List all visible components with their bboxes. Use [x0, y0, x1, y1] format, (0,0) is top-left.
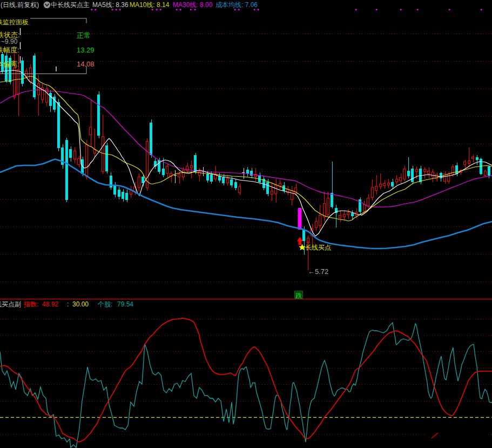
- svg-text:14.08: 14.08: [77, 60, 95, 68]
- svg-text:MA5线: 8.36: MA5线: 8.36: [92, 1, 129, 9]
- svg-text:13.29: 13.29: [77, 46, 95, 54]
- svg-text::: :: [67, 300, 69, 308]
- svg-text:(日线.前复权): (日线.前复权): [1, 1, 39, 9]
- svg-text:成本均线: 7.06: 成本均线: 7.06: [215, 1, 258, 9]
- svg-text:线买点副: 线买点副: [0, 300, 21, 308]
- svg-text:MA10线: 8.14: MA10线: 8.14: [130, 1, 170, 9]
- svg-text:←5.72: ←5.72: [308, 268, 328, 276]
- svg-text:指数:: 指数:: [23, 300, 38, 308]
- svg-text:30.00: 30.00: [72, 300, 89, 308]
- svg-text:跌监控面板: 跌监控面板: [0, 18, 29, 26]
- svg-text:正常: 正常: [77, 31, 91, 39]
- svg-text:中长线买点主: 中长线买点主: [51, 1, 90, 9]
- svg-text:79.54: 79.54: [117, 300, 133, 308]
- svg-text:本偏离:: 本偏离:: [0, 60, 19, 68]
- svg-text:MA30线: 8.00: MA30线: 8.00: [173, 1, 213, 9]
- svg-text:跌: 跌: [295, 292, 302, 299]
- svg-text:48.92: 48.92: [42, 300, 58, 308]
- svg-text:跌幅度:: 跌幅度:: [0, 46, 19, 54]
- svg-text:长线买点: 长线买点: [305, 244, 331, 251]
- svg-text:个股:: 个股:: [97, 300, 112, 308]
- svg-text:~9.90: ~9.90: [1, 38, 18, 45]
